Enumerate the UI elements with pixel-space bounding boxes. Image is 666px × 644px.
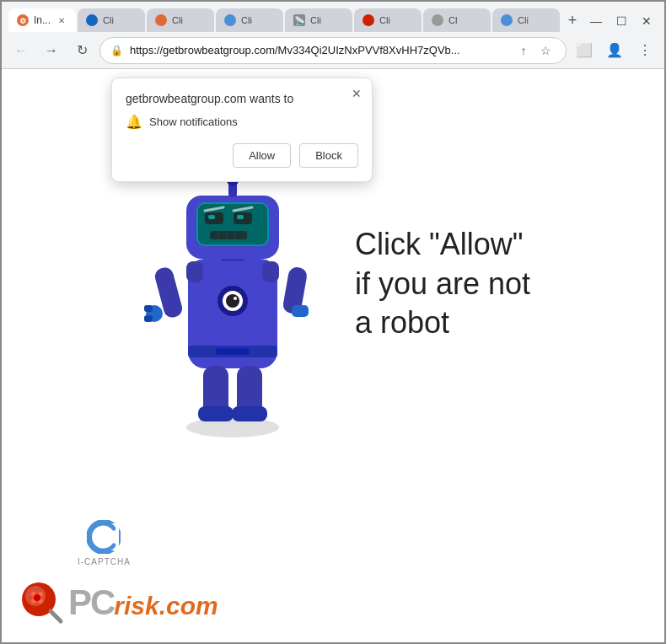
close-button[interactable]: ✕ [636,10,658,32]
maximize-button[interactable]: ☐ [610,10,632,32]
url-bar[interactable]: 🔒 https://getbrowbeatgroup.com/Mv334Qi2U… [99,37,567,64]
tab-6[interactable]: Cl [423,8,491,32]
share-button[interactable]: ↑ [513,40,534,61]
tab-favicon-7 [501,14,513,26]
url-text: https://getbrowbeatgroup.com/Mv334Qi2UIz… [130,44,507,56]
tab-label-5: Cli [379,15,413,25]
pcrisk-icon [19,579,65,625]
bookmark-button[interactable]: ☆ [535,40,556,61]
svg-line-53 [51,611,61,621]
tab-favicon-3 [224,14,236,26]
tabs-strip: ⚙ In... ✕ Cli Cli Cli 📡 Cli Cli [2,2,664,32]
pcrisk-text: PC risk .com [68,582,218,623]
tab-favicon-6 [432,14,443,26]
svg-point-14 [226,294,239,308]
svg-rect-25 [237,215,244,219]
bell-icon: 🔔 [126,114,142,130]
svg-rect-38 [232,406,267,421]
allow-button[interactable]: Allow [233,143,291,168]
svg-rect-10 [292,305,309,317]
svg-text:⚙: ⚙ [19,17,26,25]
window-controls: — ☐ ✕ [585,10,658,32]
popup-title: getbrowbeatgroup.com wants to [126,92,358,105]
tab-label-7: Cli [518,15,551,25]
tab-label-4: Cli [310,15,344,25]
captcha-label: I-CAPTCHA [78,557,131,566]
notification-popup: ✕ getbrowbeatgroup.com wants to 🔔 Show n… [111,78,373,182]
tab-favicon-4: 📡 [293,14,305,26]
svg-text:📡: 📡 [294,15,305,26]
tab-close-btn[interactable]: ✕ [56,14,67,26]
pc-text: PC [68,582,114,623]
popup-buttons: Allow Block [126,143,358,168]
svg-rect-7 [144,305,153,312]
svg-rect-39 [186,261,203,282]
back-button[interactable]: ← [8,38,34,63]
forward-button[interactable]: → [39,38,64,63]
menu-button[interactable]: ⋮ [632,38,658,63]
svg-rect-28 [210,231,247,239]
svg-rect-40 [262,261,279,282]
robot-svg [136,137,330,440]
tab-favicon-5 [363,14,374,26]
block-button[interactable]: Block [299,143,358,168]
reload-button[interactable]: ↻ [69,38,94,63]
tab-label-1: Cli [103,15,137,25]
pcrisk-logo-container: PC risk .com [19,579,218,625]
tab-4[interactable]: 📡 Cli [285,8,352,32]
svg-rect-37 [198,406,234,421]
tab-label-2: Cli [172,15,206,25]
risk-text: risk [114,592,158,620]
svg-point-15 [234,297,237,300]
tab-3[interactable]: Cli [216,8,283,32]
tab-label-6: Cl [448,15,482,25]
tab-favicon-2 [155,14,167,26]
new-tab-button[interactable]: + [561,8,583,32]
tab-label-3: Cli [241,15,275,25]
svg-point-4 [186,417,279,437]
captcha-section: I-CAPTCHA [78,520,131,566]
click-allow-text: Click "Allow" if you are not a robot [355,225,530,343]
tab-label: In... [34,14,51,26]
extensions-button[interactable]: ⬜ [572,38,597,63]
captcha-logo [87,520,121,554]
svg-rect-17 [216,348,250,355]
lock-icon: 🔒 [110,45,123,56]
svg-point-52 [34,594,40,601]
popup-close-button[interactable]: ✕ [348,85,365,102]
tab-favicon: ⚙ [17,14,29,26]
tab-7[interactable]: Cli [492,8,560,32]
minimize-button[interactable]: — [585,10,607,32]
page-content: ✕ getbrowbeatgroup.com wants to 🔔 Show n… [2,69,664,642]
active-tab[interactable]: ⚙ In... ✕ [8,8,76,32]
tab-1[interactable]: Cli [78,8,145,32]
tab-2[interactable]: Cli [147,8,214,32]
svg-rect-8 [144,315,153,322]
dot-com-text: .com [159,592,218,620]
tab-favicon-1 [86,14,98,26]
svg-rect-24 [208,215,215,219]
profile-button[interactable]: 👤 [602,38,627,63]
popup-notification-text: Show notifications [149,115,238,128]
popup-notification-row: 🔔 Show notifications [126,114,358,130]
browser-window: ⚙ In... ✕ Cli Cli Cli 📡 Cli Cli [0,0,666,644]
url-actions: ↑ ☆ [513,40,556,61]
address-bar: ← → ↻ 🔒 https://getbrowbeatgroup.com/Mv3… [2,32,664,69]
tab-5[interactable]: Cli [354,8,422,32]
